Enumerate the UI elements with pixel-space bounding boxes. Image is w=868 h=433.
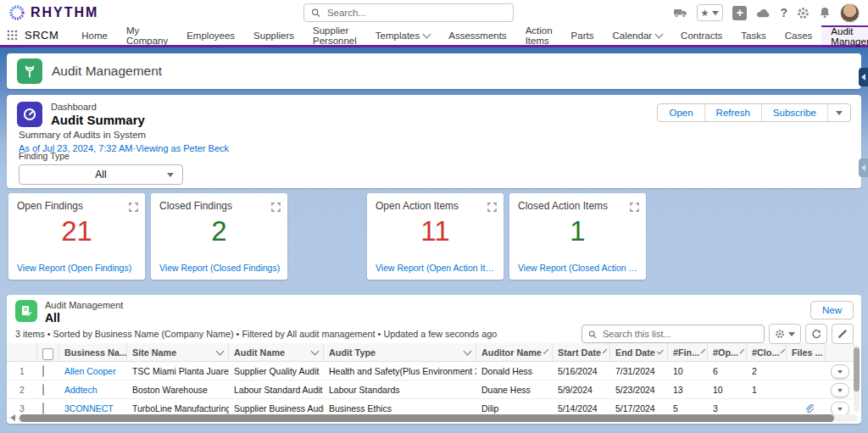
app-name: SRCM xyxy=(25,25,58,45)
row-actions-button[interactable] xyxy=(831,364,849,379)
finding-type-select[interactable]: All xyxy=(19,164,183,185)
vertical-scrollbar-thumb[interactable] xyxy=(854,347,860,391)
metric-card-closed-findings: Closed Findings2View Report (Closed Find… xyxy=(151,193,287,280)
favorites-button[interactable]: ★ xyxy=(697,4,724,21)
column-header-op[interactable]: #Op... xyxy=(708,343,747,362)
scroll-left-arrow[interactable] xyxy=(10,414,15,421)
open-button[interactable]: Open xyxy=(658,104,704,121)
expand-icon[interactable] xyxy=(271,200,281,215)
truck-icon[interactable] xyxy=(673,8,687,19)
global-search-input[interactable] xyxy=(326,7,506,19)
dashboard-side-handle[interactable] xyxy=(859,158,868,177)
expand-icon[interactable] xyxy=(630,200,639,215)
tab-audit-management[interactable]: Audit Management xyxy=(821,25,868,45)
dashboard-asof[interactable]: As of Jul 23, 2024, 7:32 AM·Viewing as P… xyxy=(19,143,851,153)
column-header-label: End Date xyxy=(615,343,655,362)
metric-cards-gap xyxy=(293,193,367,280)
business-name-link[interactable]: Addtech xyxy=(59,380,127,399)
column-header-label: Auditor Name xyxy=(481,343,542,362)
metric-value: 21 xyxy=(17,215,136,247)
row-checkbox[interactable] xyxy=(42,402,44,414)
tab-supplier-personnel[interactable]: Supplier Personnel xyxy=(303,25,366,45)
view-report-link[interactable]: View Report (Closed Findings) xyxy=(159,263,281,273)
list-controls xyxy=(581,324,854,344)
refresh-button[interactable]: Refresh xyxy=(704,104,761,121)
column-header-audit-name[interactable]: Audit Name xyxy=(229,343,324,362)
user-avatar[interactable] xyxy=(840,3,860,23)
global-add-button[interactable]: + xyxy=(732,6,747,20)
select-all-header xyxy=(37,343,59,362)
column-header-start-date[interactable]: Start Date xyxy=(553,343,610,362)
page-header: Audit Management xyxy=(7,53,861,89)
tab-calendar[interactable]: Calendar xyxy=(603,25,671,45)
list-refresh-button[interactable] xyxy=(805,324,827,344)
view-report-link[interactable]: View Report (Open Findings) xyxy=(17,263,138,273)
metric-card-closed-action-items: Closed Action Items1View Report (Closed … xyxy=(509,193,646,280)
search-icon xyxy=(588,330,597,339)
row-checkbox[interactable] xyxy=(42,365,44,377)
business-name-link[interactable]: Allen Cooper xyxy=(59,362,127,380)
chevron-down-icon xyxy=(603,348,608,353)
list-search-input[interactable] xyxy=(601,328,758,340)
row-number: 1 xyxy=(7,362,37,380)
tab-employees[interactable]: Employees xyxy=(177,25,244,45)
global-search[interactable] xyxy=(303,3,514,22)
view-report-link[interactable]: View Report (Closed Action Items - Findi… xyxy=(518,263,639,273)
tab-label: Supplier Personnel xyxy=(313,25,357,46)
tab-cases[interactable]: Cases xyxy=(776,25,822,45)
column-header-clo[interactable]: #Clo... xyxy=(747,343,787,362)
column-header-business-na[interactable]: Business Na...↓ xyxy=(59,343,127,362)
tab-suppliers[interactable]: Suppliers xyxy=(244,25,303,45)
metric-card-open-action-items: Open Action Items11View Report (Open Act… xyxy=(367,193,504,280)
setup-gear-icon[interactable] xyxy=(797,7,810,19)
row-actions-button[interactable] xyxy=(831,383,849,397)
guidance-cloud-icon[interactable] xyxy=(756,8,771,19)
caret-down-icon xyxy=(837,408,843,411)
column-header-auditor-name[interactable]: Auditor Name xyxy=(476,343,553,362)
list-search[interactable] xyxy=(581,325,765,343)
tab-label: Action Items xyxy=(526,25,553,46)
new-button[interactable]: New xyxy=(810,301,854,319)
tab-templates[interactable]: Templates xyxy=(366,25,439,45)
list-edit-button[interactable] xyxy=(832,324,854,344)
row-checkbox[interactable] xyxy=(42,384,44,396)
column-header-end-date[interactable]: End Date xyxy=(610,343,668,362)
files-cell xyxy=(787,362,826,380)
table-horizontal-scrollbar[interactable] xyxy=(10,414,858,422)
caret-down-icon xyxy=(837,389,843,392)
dashboard-more-actions-button[interactable] xyxy=(827,104,850,121)
column-header-fin[interactable]: #Fin... xyxy=(668,343,708,362)
expand-icon[interactable] xyxy=(487,200,497,215)
tab-home[interactable]: Home xyxy=(72,25,117,45)
tab-contracts[interactable]: Contracts xyxy=(671,25,732,45)
tab-assessments[interactable]: Assessments xyxy=(439,25,515,45)
tab-my-company[interactable]: My Company xyxy=(117,25,177,45)
tab-tasks[interactable]: Tasks xyxy=(732,25,775,45)
tab-label: Tasks xyxy=(741,31,765,41)
collapse-panel-handle[interactable] xyxy=(859,68,868,86)
audit-management-icon xyxy=(17,58,42,84)
column-header-files[interactable]: Files ... xyxy=(787,343,826,362)
help-icon[interactable]: ? xyxy=(780,6,787,19)
column-header-site-name[interactable]: Site Name xyxy=(127,343,229,362)
list-view-name[interactable]: All xyxy=(45,311,123,325)
select-all-checkbox[interactable] xyxy=(42,348,53,360)
tab-action-items[interactable]: Action Items xyxy=(516,25,562,45)
end-date-cell: 7/31/2024 xyxy=(610,362,668,380)
metric-value: 11 xyxy=(376,215,495,247)
list-settings-button[interactable] xyxy=(769,324,801,344)
tab-label: Employees xyxy=(186,31,235,41)
app-launcher-waffle-icon[interactable] xyxy=(7,25,18,45)
horizontal-scrollbar-track[interactable] xyxy=(18,414,858,422)
notifications-bell-icon[interactable] xyxy=(819,7,831,19)
findings-count-cell: 10 xyxy=(668,362,708,380)
tab-parts[interactable]: Parts xyxy=(562,25,604,45)
view-report-link[interactable]: View Report (Open Action Items - Findin.… xyxy=(376,263,497,273)
tab-label: Parts xyxy=(571,31,594,41)
subscribe-button[interactable]: Subscribe xyxy=(761,104,827,121)
horizontal-scrollbar-thumb[interactable] xyxy=(19,414,834,422)
column-header-audit-type[interactable]: Audit Type xyxy=(324,343,476,362)
table-vertical-scrollbar[interactable] xyxy=(854,346,860,412)
chevron-down-icon xyxy=(464,347,472,355)
expand-icon[interactable] xyxy=(129,200,138,215)
